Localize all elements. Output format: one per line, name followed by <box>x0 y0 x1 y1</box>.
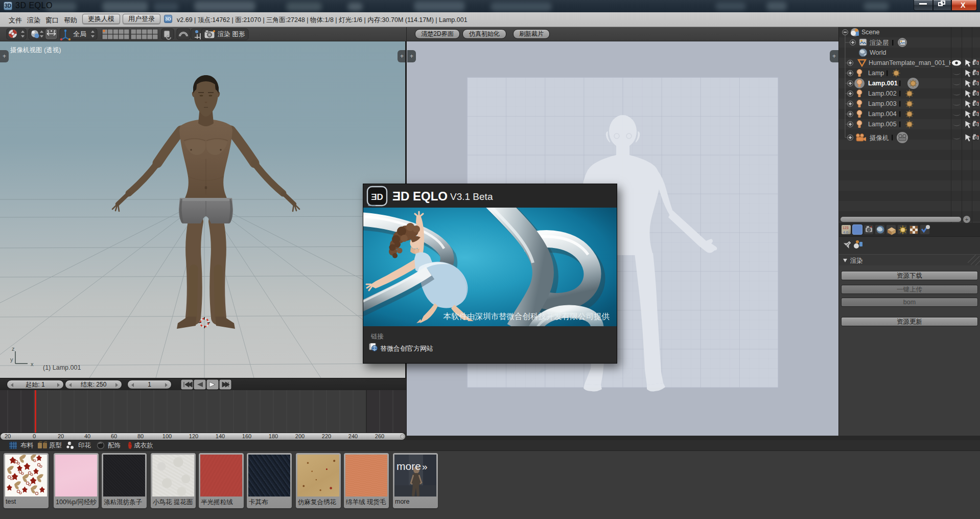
svg-text:z: z <box>12 346 15 352</box>
svg-text:摄像机视图 (透视): 摄像机视图 (透视) <box>10 47 61 54</box>
svg-text:4.0: 4.0 <box>843 231 848 234</box>
svg-text:V3.1 Beta: V3.1 Beta <box>450 191 493 202</box>
svg-text:本软件由深圳市替微合创科技开发有限公司提供: 本软件由深圳市替微合创科技开发有限公司提供 <box>444 312 610 321</box>
svg-text:(1) Lamp.001: (1) Lamp.001 <box>43 364 81 371</box>
svg-text:ƎD EQLO: ƎD EQLO <box>392 189 448 203</box>
svg-text:123: 123 <box>843 226 849 230</box>
svg-text:y: y <box>10 356 13 363</box>
svg-text:»: » <box>422 461 428 472</box>
svg-text:more: more <box>396 460 421 472</box>
svg-text:ƎD: ƎD <box>371 192 383 202</box>
svg-text:渲染 图形: 渲染 图形 <box>218 31 245 38</box>
svg-text:全局: 全局 <box>73 30 86 38</box>
svg-text:x: x <box>31 361 34 367</box>
